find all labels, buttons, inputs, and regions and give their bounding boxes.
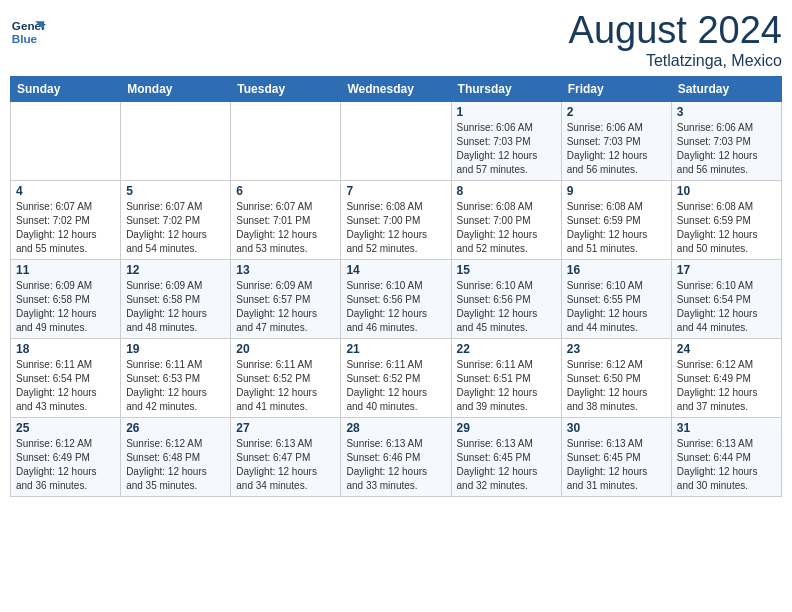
day-info: Sunrise: 6:12 AM Sunset: 6:50 PM Dayligh…	[567, 358, 666, 414]
calendar-cell: 30Sunrise: 6:13 AM Sunset: 6:45 PM Dayli…	[561, 417, 671, 496]
day-info: Sunrise: 6:06 AM Sunset: 7:03 PM Dayligh…	[567, 121, 666, 177]
calendar-cell: 10Sunrise: 6:08 AM Sunset: 6:59 PM Dayli…	[671, 180, 781, 259]
day-info: Sunrise: 6:09 AM Sunset: 6:58 PM Dayligh…	[126, 279, 225, 335]
day-info: Sunrise: 6:07 AM Sunset: 7:01 PM Dayligh…	[236, 200, 335, 256]
day-info: Sunrise: 6:11 AM Sunset: 6:52 PM Dayligh…	[346, 358, 445, 414]
calendar-cell: 1Sunrise: 6:06 AM Sunset: 7:03 PM Daylig…	[451, 101, 561, 180]
calendar-header-row: SundayMondayTuesdayWednesdayThursdayFrid…	[11, 76, 782, 101]
day-number: 31	[677, 421, 776, 435]
day-info: Sunrise: 6:11 AM Sunset: 6:54 PM Dayligh…	[16, 358, 115, 414]
day-info: Sunrise: 6:08 AM Sunset: 6:59 PM Dayligh…	[567, 200, 666, 256]
day-info: Sunrise: 6:06 AM Sunset: 7:03 PM Dayligh…	[677, 121, 776, 177]
day-number: 29	[457, 421, 556, 435]
weekday-header-sunday: Sunday	[11, 76, 121, 101]
calendar-cell: 15Sunrise: 6:10 AM Sunset: 6:56 PM Dayli…	[451, 259, 561, 338]
calendar-cell: 26Sunrise: 6:12 AM Sunset: 6:48 PM Dayli…	[121, 417, 231, 496]
calendar-cell: 29Sunrise: 6:13 AM Sunset: 6:45 PM Dayli…	[451, 417, 561, 496]
calendar-cell: 19Sunrise: 6:11 AM Sunset: 6:53 PM Dayli…	[121, 338, 231, 417]
weekday-header-wednesday: Wednesday	[341, 76, 451, 101]
calendar-cell: 4Sunrise: 6:07 AM Sunset: 7:02 PM Daylig…	[11, 180, 121, 259]
day-number: 28	[346, 421, 445, 435]
calendar-cell: 17Sunrise: 6:10 AM Sunset: 6:54 PM Dayli…	[671, 259, 781, 338]
day-info: Sunrise: 6:13 AM Sunset: 6:45 PM Dayligh…	[567, 437, 666, 493]
day-number: 10	[677, 184, 776, 198]
day-number: 23	[567, 342, 666, 356]
day-info: Sunrise: 6:09 AM Sunset: 6:58 PM Dayligh…	[16, 279, 115, 335]
calendar-cell: 12Sunrise: 6:09 AM Sunset: 6:58 PM Dayli…	[121, 259, 231, 338]
calendar-cell: 13Sunrise: 6:09 AM Sunset: 6:57 PM Dayli…	[231, 259, 341, 338]
calendar-week-3: 11Sunrise: 6:09 AM Sunset: 6:58 PM Dayli…	[11, 259, 782, 338]
calendar-cell: 27Sunrise: 6:13 AM Sunset: 6:47 PM Dayli…	[231, 417, 341, 496]
calendar-cell	[231, 101, 341, 180]
day-info: Sunrise: 6:10 AM Sunset: 6:56 PM Dayligh…	[457, 279, 556, 335]
day-info: Sunrise: 6:08 AM Sunset: 7:00 PM Dayligh…	[346, 200, 445, 256]
day-number: 16	[567, 263, 666, 277]
weekday-header-tuesday: Tuesday	[231, 76, 341, 101]
calendar-cell: 9Sunrise: 6:08 AM Sunset: 6:59 PM Daylig…	[561, 180, 671, 259]
day-number: 4	[16, 184, 115, 198]
day-number: 24	[677, 342, 776, 356]
weekday-header-saturday: Saturday	[671, 76, 781, 101]
day-number: 11	[16, 263, 115, 277]
day-info: Sunrise: 6:08 AM Sunset: 6:59 PM Dayligh…	[677, 200, 776, 256]
calendar-week-1: 1Sunrise: 6:06 AM Sunset: 7:03 PM Daylig…	[11, 101, 782, 180]
day-info: Sunrise: 6:10 AM Sunset: 6:55 PM Dayligh…	[567, 279, 666, 335]
calendar-body: 1Sunrise: 6:06 AM Sunset: 7:03 PM Daylig…	[11, 101, 782, 496]
location-subtitle: Tetlatzinga, Mexico	[569, 52, 782, 70]
calendar-cell: 20Sunrise: 6:11 AM Sunset: 6:52 PM Dayli…	[231, 338, 341, 417]
calendar-cell: 8Sunrise: 6:08 AM Sunset: 7:00 PM Daylig…	[451, 180, 561, 259]
calendar-week-4: 18Sunrise: 6:11 AM Sunset: 6:54 PM Dayli…	[11, 338, 782, 417]
day-number: 15	[457, 263, 556, 277]
calendar-cell	[121, 101, 231, 180]
calendar-cell: 21Sunrise: 6:11 AM Sunset: 6:52 PM Dayli…	[341, 338, 451, 417]
day-number: 20	[236, 342, 335, 356]
day-info: Sunrise: 6:12 AM Sunset: 6:48 PM Dayligh…	[126, 437, 225, 493]
day-number: 6	[236, 184, 335, 198]
day-info: Sunrise: 6:11 AM Sunset: 6:53 PM Dayligh…	[126, 358, 225, 414]
calendar-cell: 5Sunrise: 6:07 AM Sunset: 7:02 PM Daylig…	[121, 180, 231, 259]
calendar-cell: 7Sunrise: 6:08 AM Sunset: 7:00 PM Daylig…	[341, 180, 451, 259]
calendar-cell: 28Sunrise: 6:13 AM Sunset: 6:46 PM Dayli…	[341, 417, 451, 496]
logo: General Blue	[10, 14, 50, 50]
day-number: 19	[126, 342, 225, 356]
day-number: 27	[236, 421, 335, 435]
day-info: Sunrise: 6:07 AM Sunset: 7:02 PM Dayligh…	[16, 200, 115, 256]
day-number: 8	[457, 184, 556, 198]
calendar-cell	[341, 101, 451, 180]
day-info: Sunrise: 6:10 AM Sunset: 6:56 PM Dayligh…	[346, 279, 445, 335]
day-number: 22	[457, 342, 556, 356]
calendar-cell: 16Sunrise: 6:10 AM Sunset: 6:55 PM Dayli…	[561, 259, 671, 338]
calendar-cell: 25Sunrise: 6:12 AM Sunset: 6:49 PM Dayli…	[11, 417, 121, 496]
calendar-table: SundayMondayTuesdayWednesdayThursdayFrid…	[10, 76, 782, 497]
calendar-cell: 6Sunrise: 6:07 AM Sunset: 7:01 PM Daylig…	[231, 180, 341, 259]
day-number: 25	[16, 421, 115, 435]
calendar-cell: 23Sunrise: 6:12 AM Sunset: 6:50 PM Dayli…	[561, 338, 671, 417]
day-info: Sunrise: 6:09 AM Sunset: 6:57 PM Dayligh…	[236, 279, 335, 335]
calendar-cell: 22Sunrise: 6:11 AM Sunset: 6:51 PM Dayli…	[451, 338, 561, 417]
day-info: Sunrise: 6:12 AM Sunset: 6:49 PM Dayligh…	[677, 358, 776, 414]
day-info: Sunrise: 6:10 AM Sunset: 6:54 PM Dayligh…	[677, 279, 776, 335]
weekday-header-thursday: Thursday	[451, 76, 561, 101]
day-number: 5	[126, 184, 225, 198]
day-number: 26	[126, 421, 225, 435]
day-number: 9	[567, 184, 666, 198]
logo-icon: General Blue	[10, 14, 46, 50]
day-number: 18	[16, 342, 115, 356]
day-info: Sunrise: 6:07 AM Sunset: 7:02 PM Dayligh…	[126, 200, 225, 256]
day-info: Sunrise: 6:11 AM Sunset: 6:52 PM Dayligh…	[236, 358, 335, 414]
day-info: Sunrise: 6:12 AM Sunset: 6:49 PM Dayligh…	[16, 437, 115, 493]
month-year-title: August 2024	[569, 10, 782, 52]
page-header: General Blue August 2024 Tetlatzinga, Me…	[10, 10, 782, 70]
weekday-header-monday: Monday	[121, 76, 231, 101]
calendar-cell: 18Sunrise: 6:11 AM Sunset: 6:54 PM Dayli…	[11, 338, 121, 417]
calendar-cell	[11, 101, 121, 180]
calendar-cell: 24Sunrise: 6:12 AM Sunset: 6:49 PM Dayli…	[671, 338, 781, 417]
day-number: 21	[346, 342, 445, 356]
weekday-header-friday: Friday	[561, 76, 671, 101]
calendar-cell: 2Sunrise: 6:06 AM Sunset: 7:03 PM Daylig…	[561, 101, 671, 180]
day-number: 3	[677, 105, 776, 119]
day-info: Sunrise: 6:13 AM Sunset: 6:45 PM Dayligh…	[457, 437, 556, 493]
day-info: Sunrise: 6:13 AM Sunset: 6:46 PM Dayligh…	[346, 437, 445, 493]
calendar-cell: 31Sunrise: 6:13 AM Sunset: 6:44 PM Dayli…	[671, 417, 781, 496]
day-number: 2	[567, 105, 666, 119]
